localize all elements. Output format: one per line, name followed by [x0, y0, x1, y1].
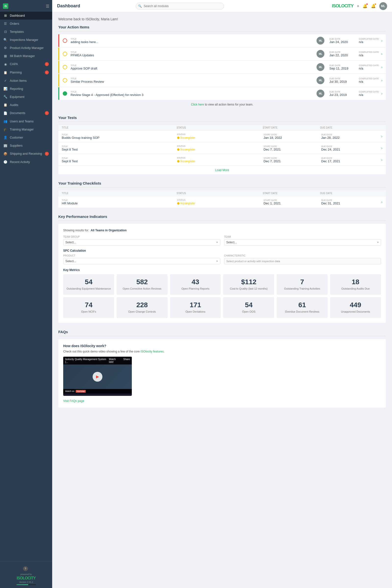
kpi-card[interactable]: 43 Open Planning Reports — [170, 274, 221, 295]
sidebar-item-templates[interactable]: ⊡ Templates — [0, 28, 52, 36]
kpi-card[interactable]: 449 Unapproved Documents — [330, 297, 381, 318]
start-date-label: Start Date — [264, 133, 321, 136]
kpi-number: 18 — [333, 279, 378, 286]
kpi-card[interactable]: 7 Outstanding Training Activities — [276, 274, 328, 295]
video-header: Isolocity Quality Management System (...… — [63, 357, 132, 364]
action-item-row[interactable]: Title Approve SOP draft ML Due Date Sep … — [58, 61, 386, 73]
bell-icon[interactable]: 🔔 — [362, 4, 368, 8]
test-start-date: Start Date Dec 7, 2021 — [264, 145, 321, 151]
action-item-row[interactable]: Title PFMEA Updates ML Due Date Jan 22, … — [58, 47, 386, 60]
play-button[interactable]: ▶ — [92, 372, 102, 382]
test-row[interactable]: Title Sept 8 Test Status Incomplete Star… — [58, 142, 386, 154]
visit-faqs-link[interactable]: Visit FAQs page — [63, 399, 84, 403]
tests-section: Your Tests Title Status Start Date Due D… — [58, 116, 386, 174]
faq-features-link[interactable]: ISOlocity features — [141, 350, 164, 353]
status-dot — [177, 137, 180, 139]
due-date-label: Due Date — [329, 77, 349, 80]
sidebar-label-dashboard: Dashboard — [10, 14, 25, 17]
test-row[interactable]: Title Budds Group training SOP Status In… — [58, 131, 386, 142]
sidebar-item-orders[interactable]: ☰ Orders — [0, 19, 52, 28]
sidebar-item-suppliers[interactable]: 🏢 Suppliers — [0, 141, 52, 150]
sidebar-label-planning: Planning — [10, 71, 22, 74]
sidebar-item-capa[interactable]: ◉ CAPA ! — [0, 60, 52, 68]
sidebar-item-customer[interactable]: 👤 Customer — [0, 133, 52, 141]
help-icon[interactable]: ? — [23, 566, 28, 571]
sidebar-item-training[interactable]: 🎓 Training Manager — [0, 125, 52, 133]
sidebar-item-users-teams[interactable]: 👥 Users and Teams — [0, 117, 52, 125]
sidebar-item-batch[interactable]: ▦ IM Batch Manager — [0, 52, 52, 60]
team-group-select[interactable]: Select... — [63, 239, 220, 246]
kpi-card[interactable]: 18 Outstanding Audits Due — [330, 274, 381, 295]
action-item-row[interactable]: Title adding tasks here... ML Due Date J… — [58, 34, 386, 47]
kpi-card[interactable]: 228 Open Change Controls — [116, 297, 168, 318]
topbar-locity: LOCITY — [339, 3, 354, 8]
kpi-card[interactable]: 582 Open Corrective Action Reviews — [116, 274, 168, 295]
sidebar-label-documents: Documents — [10, 111, 25, 115]
kpi-number: 228 — [120, 301, 165, 308]
col-due-label: Due Date — [320, 192, 378, 195]
click-here-suffix: to view all action items for your team. — [205, 103, 253, 106]
team-select[interactable]: Select... — [224, 239, 381, 246]
test-start-date: Start Date Dec 7, 2021 — [264, 157, 321, 163]
watch-later-btn[interactable]: Watch later — [109, 358, 121, 363]
chevron-right-icon: › — [381, 39, 382, 43]
notification-icon[interactable]: 🔔 — [371, 4, 376, 8]
add-icon[interactable]: + — [357, 4, 359, 8]
kpi-label: Outstanding Audits Due — [333, 287, 378, 290]
video-footer: Watch on YouTube — [63, 389, 132, 394]
sidebar-item-product-activity[interactable]: ⚙ Product Activity Manager — [0, 44, 52, 52]
sidebar-item-inspections[interactable]: 🔍 Inspections Manager — [0, 36, 52, 44]
avatar[interactable]: ML — [379, 2, 387, 10]
spc-label: SPC Calculation — [63, 249, 381, 252]
kpi-card[interactable]: 54 Open OOS — [223, 297, 274, 318]
load-more-button[interactable]: Load More — [58, 166, 386, 174]
col-due-label: Due Date — [320, 126, 378, 129]
sidebar-item-documents[interactable]: 📄 Documents ! — [0, 109, 52, 117]
sidebar-item-audits[interactable]: 📋 Audits — [0, 101, 52, 109]
watch-on-text: Watch on — [65, 390, 74, 392]
completed-value: n/a — [359, 53, 379, 57]
sidebar-item-reporting[interactable]: 📊 Reporting — [0, 85, 52, 93]
sidebar-item-recent[interactable]: 🕐 Recent Activity — [0, 158, 52, 166]
kpi-label: Open OOS — [226, 310, 271, 313]
action-item-row[interactable]: Title Review Stage 4 - Approved (Effecti… — [58, 87, 386, 100]
kpi-label: Open Planning Reports — [173, 287, 218, 290]
version-text: Version 2.55.2 — [19, 581, 33, 583]
sidebar-item-shipping[interactable]: 📦 Shipping and Receiving ! — [0, 150, 52, 158]
sidebar-label-suppliers: Suppliers — [10, 144, 22, 147]
action-item-body: Title Approve SOP draft — [70, 64, 312, 70]
col-action-label — [378, 126, 382, 129]
video-thumbnail[interactable]: Isolocity Quality Management System (...… — [63, 357, 132, 396]
sidebar-item-equipment[interactable]: 🔧 Equipment — [0, 93, 52, 101]
sidebar-item-planning[interactable]: 📋 Planning ! — [0, 68, 52, 77]
kpi-card[interactable]: 74 Open NCR's — [63, 297, 114, 318]
kpi-card[interactable]: $112 Cost to Quality (last 12 months) — [223, 274, 274, 295]
test-row[interactable]: Title HR Module Status Incomplete Start … — [58, 196, 386, 208]
training-icon: 🎓 — [4, 128, 7, 131]
video-body[interactable]: ▶ — [63, 364, 132, 389]
search-input[interactable] — [136, 3, 224, 9]
title-label: Title — [70, 51, 312, 53]
sidebar-item-action-items[interactable]: ✓ Action Items — [0, 77, 52, 85]
action-item-title: adding tasks here... — [70, 40, 312, 44]
sidebar-label-product-activity: Product Activity Manager — [10, 46, 44, 50]
test-row[interactable]: Title Sept 8 Test Status Incomplete Star… — [58, 154, 386, 165]
kpi-showing-value: All Teams in Organization — [91, 229, 126, 232]
sidebar-item-dashboard[interactable]: ⊞ Dashboard — [0, 11, 52, 19]
click-here-link[interactable]: Click here — [191, 103, 204, 106]
status-circle — [63, 38, 67, 43]
topbar-iso: ISO — [332, 3, 339, 8]
action-item-row[interactable]: Title Similar Process Review ML Due Date… — [58, 74, 386, 87]
kpi-card[interactable]: 61 Overdue Document Reviews — [276, 297, 328, 318]
col-start-label: Start Date — [263, 192, 320, 195]
test-start-date: Start Date Jan 18, 2022 — [264, 133, 321, 140]
kpi-card[interactable]: 171 Open Deviations — [170, 297, 221, 318]
test-title: Title HR Module — [62, 199, 177, 205]
hamburger-icon[interactable]: ☰ — [46, 4, 49, 8]
start-date-label: Start Date — [264, 157, 321, 159]
kpi-label: Open Change Controls — [120, 310, 165, 313]
product-select[interactable]: Select... — [63, 258, 220, 264]
kpi-card[interactable]: 54 Outstanding Equipment Maintenance — [63, 274, 114, 295]
share-btn[interactable]: Share — [123, 358, 130, 363]
completed-value: n/a — [359, 67, 379, 70]
